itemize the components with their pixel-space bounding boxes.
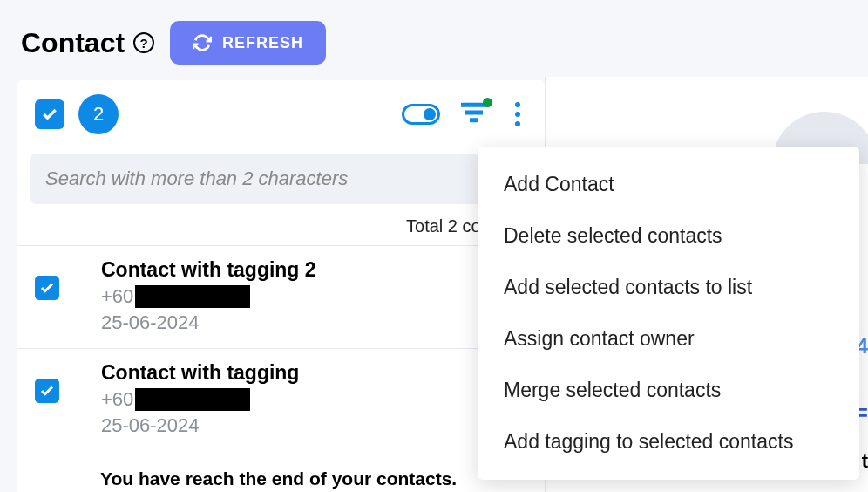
contact-date: 25-06-2024 bbox=[101, 311, 527, 334]
kebab-dot bbox=[515, 121, 520, 126]
page-title-text: Contact bbox=[21, 27, 125, 59]
row-checkbox[interactable] bbox=[35, 379, 59, 403]
view-toggle[interactable] bbox=[402, 104, 440, 125]
menu-add-tagging[interactable]: Add tagging to selected contacts bbox=[478, 416, 859, 468]
contact-phone: +60 bbox=[101, 285, 527, 308]
side-peek-text: t bbox=[862, 450, 868, 473]
contact-row[interactable]: Contact with tagging +60 25-06-2024 bbox=[17, 348, 545, 451]
row-checkbox[interactable] bbox=[35, 276, 59, 300]
filter-active-indicator bbox=[483, 98, 492, 107]
menu-delete-selected[interactable]: Delete selected contacts bbox=[478, 210, 859, 262]
selected-count: 2 bbox=[93, 103, 104, 126]
menu-merge-contacts[interactable]: Merge selected contacts bbox=[478, 365, 859, 416]
toggle-knob bbox=[424, 108, 436, 120]
selected-count-badge: 2 bbox=[78, 94, 119, 134]
contact-date: 25-06-2024 bbox=[101, 414, 527, 437]
contact-info: Contact with tagging +60 25-06-2024 bbox=[101, 361, 527, 437]
refresh-icon bbox=[193, 33, 212, 52]
contact-list-panel: 2 Search with more than 2 characters bbox=[17, 80, 545, 492]
select-all-checkbox[interactable] bbox=[35, 99, 64, 129]
menu-add-to-list[interactable]: Add selected contacts to list bbox=[478, 262, 859, 313]
phone-prefix: +60 bbox=[101, 388, 133, 411]
svg-rect-2 bbox=[470, 118, 478, 122]
search-input[interactable]: Search with more than 2 characters bbox=[30, 154, 532, 204]
refresh-label: REFRESH bbox=[222, 34, 303, 52]
phone-redacted bbox=[135, 285, 250, 308]
phone-prefix: +60 bbox=[101, 285, 133, 308]
search-placeholder: Search with more than 2 characters bbox=[45, 167, 348, 189]
contact-phone: +60 bbox=[101, 388, 527, 411]
menu-assign-owner[interactable]: Assign contact owner bbox=[478, 313, 859, 365]
list-toolbar: 2 bbox=[17, 80, 545, 148]
contact-name: Contact with tagging bbox=[101, 361, 527, 385]
menu-add-contact[interactable]: Add Contact bbox=[478, 159, 859, 210]
contact-row[interactable]: Contact with tagging 2 +60 25-06-2024 bbox=[17, 245, 545, 348]
end-of-list-message: You have reach the end of your contacts. bbox=[83, 451, 545, 492]
total-count-row: Total 2 contacts bbox=[17, 209, 545, 245]
actions-dropdown: Add Contact Delete selected contacts Add… bbox=[478, 147, 859, 480]
kebab-dot bbox=[515, 112, 520, 117]
check-icon bbox=[39, 383, 55, 399]
contact-name: Contact with tagging 2 bbox=[101, 258, 527, 282]
svg-rect-1 bbox=[465, 111, 483, 115]
check-icon bbox=[41, 106, 58, 123]
help-icon[interactable]: ? bbox=[133, 32, 154, 53]
filter-button[interactable] bbox=[461, 101, 487, 127]
more-actions-button[interactable] bbox=[508, 99, 527, 130]
page-title: Contact ? bbox=[21, 27, 154, 59]
kebab-dot bbox=[515, 102, 520, 107]
phone-redacted bbox=[135, 388, 250, 411]
contact-info: Contact with tagging 2 +60 25-06-2024 bbox=[101, 258, 527, 334]
refresh-button[interactable]: REFRESH bbox=[170, 21, 326, 65]
check-icon bbox=[39, 280, 55, 296]
